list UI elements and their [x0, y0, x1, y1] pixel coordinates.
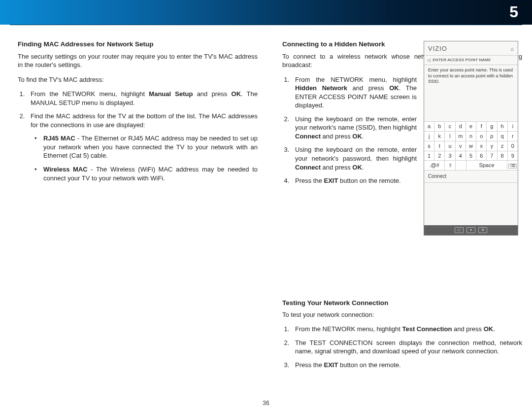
chapter-number: 5: [509, 1, 518, 23]
testing-section: Testing Your Network Connection To test …: [282, 299, 522, 370]
wireless-mac-item: Wireless MAC - The Wireless (WiFi) MAC a…: [34, 165, 258, 182]
key-q[interactable]: q: [498, 132, 508, 141]
mac-find-text: To find the TV's MAC address:: [18, 75, 258, 84]
key-n[interactable]: n: [466, 132, 476, 141]
inset-footer: ▭ ▾ ✲: [424, 225, 518, 235]
onscreen-keyboard: abcdefghi jklmnopqr stuvwxyz0 123456789 …: [424, 121, 518, 171]
hidden-step-2: Using the keyboard on the remote, enter …: [291, 115, 417, 141]
key-shift[interactable]: ⇧: [445, 161, 456, 171]
mac-steps-list: From the NETWORK menu, highlight Manual …: [27, 90, 258, 182]
key-k[interactable]: k: [434, 132, 445, 141]
page-number: 36: [263, 399, 269, 407]
test-step-2: The TEST CONNECTION screen displays the …: [291, 339, 522, 356]
key-w[interactable]: w: [466, 141, 476, 151]
kbd-row-3: stuvwxyz0: [424, 141, 518, 151]
key-u[interactable]: u: [445, 141, 455, 151]
key-o[interactable]: o: [476, 132, 487, 141]
key-h[interactable]: h: [498, 122, 508, 132]
brand-logo: VIZIO: [428, 44, 447, 53]
key-space[interactable]: Space: [466, 161, 508, 171]
key-s[interactable]: s: [424, 141, 434, 151]
test-intro-text: To test your network connection:: [282, 310, 522, 319]
gear-icon: ✲: [478, 227, 487, 233]
mac-intro-text: The security settings on your router may…: [18, 52, 258, 69]
test-steps-list: From the NETWORK menu, highlight Test Co…: [291, 325, 522, 369]
key-e[interactable]: e: [466, 122, 476, 132]
key-x[interactable]: x: [476, 141, 487, 151]
inset-input-area: [424, 88, 518, 121]
inset-description: Enter your access point name. This is us…: [424, 65, 518, 88]
key-4[interactable]: 4: [456, 151, 466, 161]
kbd-row-5: .@# ⇧ Space ⌫: [424, 161, 518, 171]
key-a[interactable]: a: [424, 122, 434, 132]
heading-mac: Finding MAC Addresses for Network Setup: [18, 40, 258, 49]
left-column: Finding MAC Addresses for Network Setup …: [18, 40, 263, 376]
home-icon: ⌂: [510, 45, 514, 53]
mac-step-2: Find the MAC address for the TV at the b…: [27, 112, 258, 182]
key-2[interactable]: 2: [434, 151, 445, 161]
test-step-3: Press the EXIT button on the remote.: [291, 361, 522, 370]
connect-button[interactable]: Connect: [424, 171, 518, 183]
key-symbols[interactable]: .@#: [424, 161, 445, 171]
kbd-row-1: abcdefghi: [424, 122, 518, 132]
key-p[interactable]: p: [487, 132, 497, 141]
key-0[interactable]: 0: [508, 141, 518, 151]
key-r[interactable]: r: [508, 132, 518, 141]
key-8[interactable]: 8: [498, 151, 508, 161]
key-g[interactable]: g: [487, 122, 497, 132]
right-column: Connecting to a Hidden Network To connec…: [282, 40, 522, 376]
inset-title-text: ENTER ACCESS POINT NAME: [432, 58, 491, 63]
tv-screenshot-inset: VIZIO ⌂ ◁ ENTER ACCESS POINT NAME Enter …: [424, 41, 518, 236]
kbd-row-2: jklmnopqr: [424, 132, 518, 141]
key-d[interactable]: d: [456, 122, 466, 132]
key-blank[interactable]: [456, 161, 466, 171]
key-m[interactable]: m: [456, 132, 466, 141]
hidden-step-3: Using the keyboard on the remote, enter …: [291, 145, 417, 171]
key-v[interactable]: v: [456, 141, 466, 151]
key-f[interactable]: f: [476, 122, 487, 132]
key-j[interactable]: j: [424, 132, 434, 141]
page-content: Finding MAC Addresses for Network Setup …: [0, 25, 532, 376]
key-5[interactable]: 5: [466, 151, 476, 161]
key-l[interactable]: l: [445, 132, 455, 141]
hidden-step-4: Press the EXIT button on the remote.: [291, 176, 417, 185]
mac-sublist: RJ45 MAC - The Ethernet or RJ45 MAC addr…: [34, 134, 258, 182]
hidden-step-1: From the NETWORK menu, highlight Hidden …: [291, 75, 417, 110]
backspace-icon: ⌫: [508, 164, 517, 169]
chapter-header: 5: [0, 0, 532, 25]
hidden-steps-list: From the NETWORK menu, highlight Hidden …: [291, 75, 417, 185]
key-i[interactable]: i: [508, 122, 518, 132]
key-z[interactable]: z: [498, 141, 508, 151]
back-arrow-icon: ◁: [427, 57, 431, 63]
key-backspace[interactable]: ⌫: [507, 161, 518, 171]
kbd-row-4: 123456789: [424, 151, 518, 161]
key-6[interactable]: 6: [476, 151, 487, 161]
heading-test: Testing Your Network Connection: [282, 299, 522, 308]
test-step-1: From the NETWORK menu, highlight Test Co…: [291, 325, 522, 334]
mac-step-1: From the NETWORK menu, highlight Manual …: [27, 90, 258, 107]
rj45-item: RJ45 MAC - The Ethernet or RJ45 MAC addr…: [34, 134, 258, 160]
inset-header: VIZIO ⌂: [424, 41, 518, 55]
wide-icon: ▭: [455, 227, 464, 233]
shift-icon: ⇧: [448, 163, 452, 168]
key-3[interactable]: 3: [445, 151, 455, 161]
key-t[interactable]: t: [434, 141, 445, 151]
key-7[interactable]: 7: [487, 151, 497, 161]
key-1[interactable]: 1: [424, 151, 434, 161]
key-b[interactable]: b: [434, 122, 445, 132]
key-9[interactable]: 9: [508, 151, 518, 161]
key-c[interactable]: c: [445, 122, 455, 132]
inset-title-row: ◁ ENTER ACCESS POINT NAME: [424, 55, 518, 65]
chevron-down-icon: ▾: [466, 227, 475, 233]
key-y[interactable]: y: [487, 141, 497, 151]
